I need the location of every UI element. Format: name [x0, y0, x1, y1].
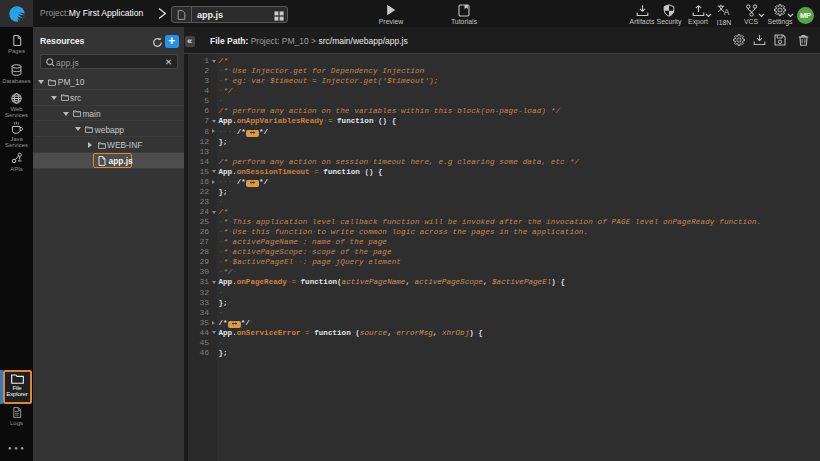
svg-text:A: A	[724, 7, 730, 16]
